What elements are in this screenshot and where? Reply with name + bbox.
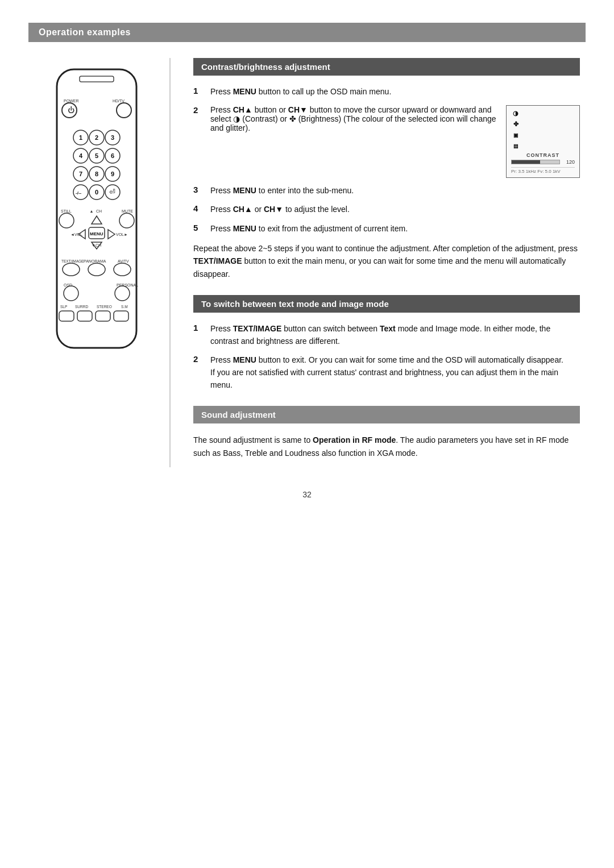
osd-row-contrast: ◑: [511, 109, 575, 118]
step-3-text: Press MENU to enter into the sub-menu.: [210, 185, 354, 197]
svg-text:HD/TV: HD/TV: [113, 99, 125, 103]
contrast-title: Contrast/brightness adjustment: [193, 58, 580, 76]
svg-text:PANORAMA: PANORAMA: [84, 259, 106, 263]
step-1-text: Press MENU button to call up the OSD mai…: [210, 86, 391, 98]
svg-rect-62: [77, 311, 92, 321]
svg-point-56: [115, 286, 130, 301]
svg-text:SURRD: SURRD: [75, 305, 88, 309]
svg-text:5: 5: [95, 152, 98, 159]
svg-marker-37: [92, 216, 102, 224]
svg-text:S.M: S.M: [121, 305, 128, 309]
svg-text:3: 3: [111, 134, 114, 141]
sound-para-1: The sound adjustment is same to Operatio…: [193, 434, 580, 459]
svg-text:⏎: ⏎: [109, 188, 115, 196]
repeat-para: Repeat the above 2~5 steps if you want t…: [193, 242, 580, 280]
osd-contrast-label: CONTRAST: [511, 152, 575, 158]
svg-text:⏻: ⏻: [68, 106, 74, 114]
step-3: 3 Press MENU to enter into the sub-menu.: [193, 185, 580, 197]
svg-text:-/--: -/--: [76, 190, 82, 196]
svg-point-52: [114, 263, 131, 276]
svg-rect-64: [114, 311, 128, 321]
step-2-content: Press CH▲ button or CH▼ button to move t…: [210, 105, 580, 178]
content-column: Contrast/brightness adjustment 1 Press M…: [171, 58, 586, 467]
svg-text:▲: ▲: [90, 209, 94, 213]
remote-column: POWER HD/TV ⏻ 1 2 3 4 5: [28, 58, 165, 359]
osd-bar-outer: [511, 160, 560, 164]
switch-step-number-2: 2: [193, 354, 207, 364]
svg-text:STEREO: STEREO: [97, 305, 112, 309]
step-4: 4 Press CH▲ or CH▼ to adjust the level.: [193, 203, 580, 216]
svg-text:MENU: MENU: [90, 231, 103, 236]
svg-point-55: [64, 286, 78, 301]
osd-row-other2: ▤: [511, 142, 575, 151]
step-number-2: 2: [193, 105, 207, 115]
osd-contrast-icon: ◑: [511, 109, 520, 118]
switch-step-1: 1 Press TEXT/IMAGE button can switch bet…: [193, 323, 580, 347]
step-number-3: 3: [193, 185, 207, 194]
osd-row-brightness: ✤: [511, 120, 575, 129]
sound-title: Sound adjustment: [193, 406, 580, 423]
step-2: 2 Press CH▲ button or CH▼ button to move…: [193, 105, 580, 178]
svg-text:4: 4: [79, 152, 83, 159]
osd-bar-fill: [512, 160, 540, 164]
switch-step-number-1: 1: [193, 323, 207, 333]
svg-point-33: [59, 213, 74, 228]
sound-section: Sound adjustment The sound adjustment is…: [193, 406, 580, 459]
svg-text:8: 8: [95, 171, 98, 177]
osd-bar-row: 120: [511, 159, 575, 165]
svg-rect-1: [80, 76, 114, 82]
svg-point-50: [63, 263, 80, 276]
svg-text:2: 2: [95, 134, 98, 141]
step-number-1: 1: [193, 86, 207, 95]
svg-text:POWER: POWER: [64, 99, 78, 103]
switch-step-1-text: Press TEXT/IMAGE button can switch betwe…: [210, 323, 580, 347]
osd-value: 120: [562, 159, 575, 165]
osd-footer: Pr: 3.5 1kHz Fv: 5.0 1kV: [511, 167, 575, 174]
switch-section: To switch between text mode and image mo…: [193, 295, 580, 391]
svg-text:6: 6: [111, 152, 114, 159]
page: Operation examples POWER HD/TV ⏻: [0, 0, 614, 868]
step-number-5: 5: [193, 223, 207, 232]
svg-text:0: 0: [95, 189, 98, 196]
svg-rect-63: [96, 311, 110, 321]
svg-text:AV/TV: AV/TV: [118, 259, 129, 263]
step-2-text: Press CH▲ button or CH▼ button to move t…: [210, 105, 498, 132]
osd-other1-icon: ▣: [511, 131, 520, 140]
svg-text:SLP: SLP: [60, 305, 67, 309]
svg-text:CH: CH: [96, 209, 102, 213]
switch-title: To switch between text mode and image mo…: [193, 295, 580, 313]
main-layout: POWER HD/TV ⏻ 1 2 3 4 5: [28, 58, 586, 467]
svg-point-51: [88, 263, 105, 276]
svg-text:STILL: STILL: [61, 209, 72, 213]
svg-text:1: 1: [79, 134, 82, 141]
step-4-text: Press CH▲ or CH▼ to adjust the level.: [210, 203, 350, 216]
svg-point-6: [117, 103, 131, 118]
svg-text:TEXT/IMAGE: TEXT/IMAGE: [61, 259, 84, 263]
step-5-text: Press MENU to exit from the adjustment o…: [210, 223, 408, 235]
contrast-section: Contrast/brightness adjustment 1 Press M…: [193, 58, 580, 280]
osd-screen: ◑ ✤ ▣ ▤ CONTRAST: [506, 105, 580, 178]
osd-row-other1: ▣: [511, 131, 575, 140]
svg-marker-42: [108, 230, 115, 239]
step-1: 1 Press MENU button to call up the OSD m…: [193, 86, 580, 98]
step-number-4: 4: [193, 203, 207, 213]
section-header-label: Operation examples: [39, 27, 131, 37]
remote-control-image: POWER HD/TV ⏻ 1 2 3 4 5: [40, 64, 154, 359]
switch-step-2-text: Press MENU button to exit. Or you can wa…: [210, 354, 580, 391]
section-header: Operation examples: [28, 23, 586, 42]
svg-point-34: [119, 213, 134, 228]
osd-brightness-icon: ✤: [511, 120, 520, 129]
svg-text:9: 9: [111, 171, 114, 177]
svg-text:7: 7: [79, 171, 82, 177]
switch-step-2: 2 Press MENU button to exit. Or you can …: [193, 354, 580, 391]
page-number: 32: [28, 490, 586, 499]
svg-text:MUTE: MUTE: [122, 209, 133, 213]
svg-text:VOL►: VOL►: [116, 232, 128, 236]
svg-rect-61: [59, 311, 74, 321]
osd-other2-icon: ▤: [511, 142, 520, 151]
step-5: 5 Press MENU to exit from the adjustment…: [193, 223, 580, 235]
